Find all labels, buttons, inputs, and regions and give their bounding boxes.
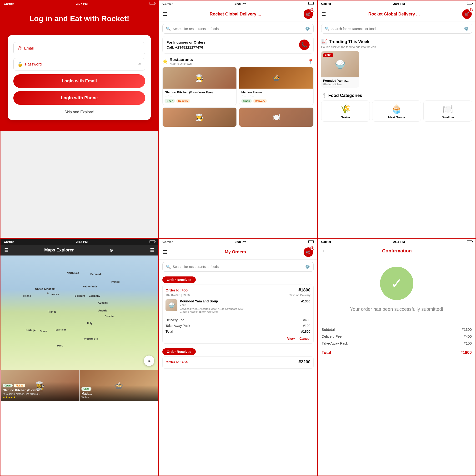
tag-pickup-b1: Pickup [14, 384, 25, 387]
trending-item-card[interactable]: #200 🍚 Pounded Yam a... Gladino Kitchen [321, 51, 359, 88]
menu-icon[interactable]: ☰ [4, 247, 9, 253]
eye-icon[interactable]: 👁 [137, 62, 141, 67]
order-divider-1 [166, 315, 310, 315]
time-label: 2:12 PM [76, 240, 88, 244]
map-uk-label: United Kingdom [35, 288, 55, 290]
location-fab[interactable]: ◈ [144, 356, 154, 366]
battery-icon [150, 240, 155, 244]
price-badge: #200 [323, 53, 333, 57]
restaurant-grid: 👩‍🍳 Gladino Kitchen (Blow Your Eye) ☆☆☆☆… [159, 67, 317, 105]
status-bar-login: Carrier 2:07 PM [0, 0, 158, 7]
restaurant-card-bottom-2[interactable]: 🍲 Open Mada... With a... [79, 370, 158, 401]
status-bar-maps: Carrier 2:12 PM [0, 238, 158, 245]
trending-sub: Double click on the food to add it to th… [321, 46, 472, 49]
login-email-button[interactable]: Login with Email [13, 74, 145, 88]
category-grains[interactable]: 🌾 Grains [321, 101, 370, 122]
lock-icon: 🔒 [17, 62, 23, 67]
takeaway-conf-row: Take-Away Pack #100 [322, 340, 472, 347]
filter-icon[interactable]: ⚙️ [305, 26, 310, 31]
map-spain-label: Spain [40, 330, 47, 333]
search-input-trending[interactable] [331, 27, 462, 31]
map-netherlands-label: Netherlands [82, 285, 98, 288]
cart-button[interactable]: 🛒 0 [304, 9, 313, 19]
order-received-badge-2: Order Received [162, 348, 196, 355]
login-phone-button[interactable]: Login with Phone [13, 91, 145, 105]
map-labels: North Sea United Kingdom Ireland Netherl… [0, 255, 158, 370]
search-input-orders[interactable] [173, 265, 303, 269]
section-title: Restaurants [170, 57, 193, 62]
location-icon[interactable]: 📍 [308, 59, 314, 64]
battery-icon [308, 2, 314, 5]
menu-icon[interactable]: ☰ [163, 11, 167, 17]
category-swallow[interactable]: 🍽️ Swallow [423, 101, 472, 122]
map-north-sea-label: North Sea [67, 272, 79, 274]
time-label: 2:07 PM [76, 2, 88, 5]
meat-sauce-label: Meat Sauce [388, 116, 405, 119]
categories-icon: 🍴 [321, 93, 326, 98]
menu-icon[interactable]: ☰ [163, 249, 167, 255]
search-input[interactable] [173, 27, 303, 31]
search-bar-trending[interactable]: 🔍 ⚙️ [321, 24, 472, 34]
map-belgium-label: Belgium [75, 294, 85, 297]
app-header-trending: ☰ Rocket Global Delivery ... 🛒 0 [318, 7, 476, 21]
order-card-2: Order Id: #54 #2200 [162, 357, 313, 369]
trending-item-kitchen: Gladino Kitchen [321, 83, 359, 88]
restaurant-image-2: 🍲 [239, 67, 313, 89]
map-ireland-label: Ireland [23, 294, 31, 297]
takeaway-conf-value: #100 [464, 341, 472, 345]
carrier-label: Carrier [321, 2, 331, 5]
order-item-desc-1: Cowhead: #300, Assorted Meat: #100, Cowh… [180, 307, 310, 310]
search-bar[interactable]: 🔍 ⚙️ [162, 24, 313, 34]
restaurant-card-bottom-1[interactable]: 👩‍🍳 Open Pickup Gladino Kitchen (Blow Yo… [0, 370, 79, 401]
order-item-qty-1: x 3.0 [180, 304, 310, 307]
inquiry-banner: For Inquiries or Orders Call: +234812117… [162, 36, 313, 53]
restaurant-overlay-2: Open Mada... With a... [80, 385, 158, 401]
restaurant-card-1[interactable]: 👩‍🍳 Gladino Kitchen (Blow Your Eye) ☆☆☆☆… [162, 67, 237, 105]
time-label: 2:11 PM [393, 240, 405, 244]
login-card: @ Email 🔒 Password 👁 Login with Email Lo… [8, 35, 151, 120]
delivery-row: Delivery Fee #400 [322, 333, 472, 340]
swallow-label: Swallow [442, 116, 454, 119]
total-conf-label: Total [322, 350, 331, 355]
cancel-order-button[interactable]: Cancel [300, 337, 310, 340]
skip-link[interactable]: Skip and Explore! [13, 110, 145, 114]
map-area[interactable]: North Sea United Kingdom Ireland Netherl… [0, 255, 158, 370]
app-title: Rocket Global Delivery ... [210, 12, 261, 17]
cart-button-trending[interactable]: 🛒 0 [462, 9, 472, 19]
back-button[interactable]: ← [322, 248, 327, 254]
password-field[interactable]: 🔒 Password 👁 [13, 58, 145, 70]
restaurant-overlay-1: Open Pickup Gladino Kitchen (Blow Yo... … [1, 382, 79, 401]
filter-icon[interactable]: ⚙️ [464, 26, 469, 31]
restaurant-card-2[interactable]: 🍲 Madam Ihama ☆☆☆☆☆ Open Delivery [239, 67, 313, 105]
restaurant-card-3[interactable]: 👩‍🍳 [162, 107, 237, 127]
takeaway-row: Take-Away Pack #100 [166, 323, 310, 329]
location-target-icon[interactable]: ⊕ [110, 248, 113, 253]
restaurants-section-header: ⭐ Restaurants Near to Unknown 📍 [159, 55, 317, 67]
restaurant-bottom-name-2: Mada... [82, 392, 156, 395]
grains-icon: 🌾 [340, 104, 351, 114]
time-label: 2:08 PM [235, 240, 246, 244]
food-categories: 🍴 Food Categories 🌾 Grains 🧁 Meat Sauce … [318, 90, 476, 124]
order-total-2: #2200 [299, 359, 310, 365]
call-button[interactable]: 📞 [299, 39, 309, 50]
map-denmark-label: Denmark [90, 273, 102, 275]
cart-button-orders[interactable]: 🛒 0 [304, 247, 313, 257]
total-conf-value: #1800 [460, 350, 472, 355]
takeaway-label: Take-Away Pack [166, 324, 190, 328]
filter-icon[interactable]: ⚙️ [305, 265, 310, 269]
restaurant-card-4[interactable]: 🍽️ [239, 107, 313, 127]
inquiry-line1: For Inquiries or Orders [167, 40, 205, 45]
map-poland-label: Poland [111, 281, 120, 283]
order-item-row-1: 🍚 Pounded Yam and Soup #1300 x 3.0 Cowhe… [166, 299, 310, 313]
delivery-fee-value: #400 [303, 318, 310, 322]
trending-icon: 📈 [321, 39, 327, 45]
category-meat-sauce[interactable]: 🧁 Meat Sauce [372, 101, 421, 122]
filter-icon[interactable]: ☰ [150, 247, 154, 253]
email-field[interactable]: @ Email [13, 42, 145, 54]
battery-icon [150, 2, 155, 5]
restaurant-bottom-sub-2: With a... [82, 396, 156, 399]
menu-icon[interactable]: ☰ [322, 11, 326, 17]
view-order-button[interactable]: View [287, 337, 295, 340]
search-bar-orders[interactable]: 🔍 ⚙️ [162, 262, 313, 272]
order-item-kitchen-1: Gladino Kitchen (Blow Your Eye) [180, 310, 310, 313]
